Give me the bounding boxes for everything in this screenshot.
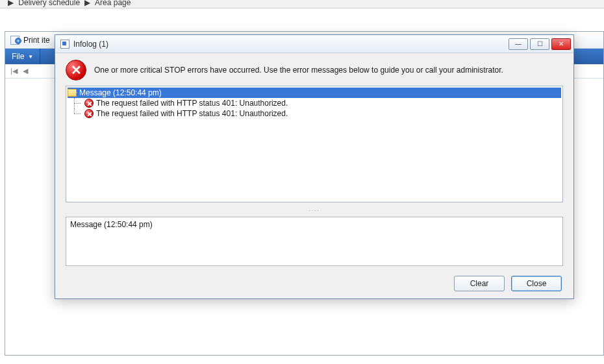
minimize-icon: —	[515, 40, 522, 47]
tree-child-node[interactable]: The request failed with HTTP status 401:…	[73, 108, 561, 119]
breadcrumb-item[interactable]: Delivery schedule	[18, 0, 80, 7]
splitter-handle[interactable]: ····	[66, 208, 563, 212]
close-icon: ✕	[559, 40, 564, 47]
close-button[interactable]: Close	[511, 276, 562, 291]
chevron-right-icon: ▶	[8, 0, 14, 7]
detail-pane[interactable]: Message (12:50:44 pm)	[66, 217, 563, 266]
file-menu-label: File	[12, 52, 24, 61]
dialog-button-row: Clear Close	[55, 269, 573, 298]
clear-button-label: Clear	[470, 279, 489, 288]
dialog-summary-text: One or more critical STOP errors have oc…	[94, 66, 503, 75]
chevron-down-icon: ▼	[28, 54, 33, 60]
infolog-dialog: Infolog (1) — ☐ ✕ ✕ One or more critical…	[55, 34, 574, 299]
detail-text: Message (12:50:44 pm)	[70, 220, 153, 229]
minimize-button[interactable]: —	[509, 38, 528, 50]
tree-connector-icon	[73, 108, 82, 119]
breadcrumb: ▶ Delivery schedule ▶ Area page	[0, 0, 604, 8]
app-icon	[60, 40, 69, 49]
previous-record-icon[interactable]: ◀	[23, 67, 28, 75]
close-button-label: Close	[527, 279, 547, 288]
error-icon: ✕	[66, 60, 86, 80]
clear-button[interactable]: Clear	[454, 276, 505, 291]
close-window-button[interactable]: ✕	[551, 38, 571, 50]
dialog-titlebar[interactable]: Infolog (1) — ☐ ✕	[55, 35, 573, 53]
tree-child-label: The request failed with HTTP status 401:…	[96, 99, 288, 108]
dialog-header: ✕ One or more critical STOP errors have …	[66, 60, 563, 80]
document-icon	[10, 36, 19, 45]
tree-connector-icon	[73, 98, 82, 108]
breadcrumb-item[interactable]: Area page	[95, 0, 131, 7]
tree-root-label: Message (12:50:44 pm)	[79, 88, 162, 97]
tree-child-node[interactable]: The request failed with HTTP status 401:…	[73, 98, 561, 108]
document-tab-title[interactable]: Print ite	[23, 36, 50, 45]
file-menu-button[interactable]: File ▼	[5, 49, 40, 64]
maximize-button[interactable]: ☐	[530, 38, 549, 50]
error-icon	[84, 99, 94, 108]
envelope-icon	[68, 89, 77, 97]
tree-root-node[interactable]: Message (12:50:44 pm)	[68, 88, 561, 98]
error-icon	[84, 109, 94, 118]
chevron-right-icon: ▶	[84, 0, 90, 7]
maximize-icon: ☐	[537, 40, 543, 47]
dialog-title: Infolog (1)	[73, 40, 505, 49]
tree-child-label: The request failed with HTTP status 401:…	[96, 109, 288, 118]
message-tree[interactable]: Message (12:50:44 pm) The request failed…	[66, 86, 563, 202]
first-record-icon[interactable]: |◀	[10, 67, 18, 75]
